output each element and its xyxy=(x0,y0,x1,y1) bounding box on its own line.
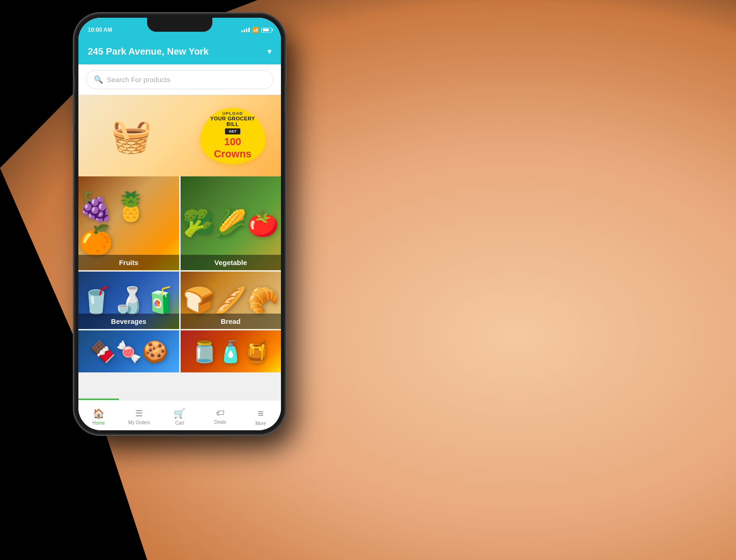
category-vegetable[interactable]: 🥦🌽🍅 Vegetable xyxy=(181,176,281,270)
power-button xyxy=(285,84,287,112)
nav-item-more[interactable]: ≡ More xyxy=(240,405,281,426)
upload-label: UPLOAD xyxy=(223,111,243,116)
location-text: 245 Park Avenue, New York xyxy=(88,46,265,57)
wifi-icon: 📶 xyxy=(252,27,259,33)
status-time: 10:00 AM xyxy=(88,27,112,33)
search-container: 🔍 Search For products xyxy=(78,64,281,95)
scene: 10:00 AM 📶 245 Park Avenue, New xyxy=(0,0,736,560)
volume-up-button xyxy=(73,98,75,126)
location-header[interactable]: 245 Park Avenue, New York ▾ xyxy=(78,38,281,64)
nav-deals-label: Deals xyxy=(214,420,226,425)
search-placeholder: Search For products xyxy=(107,76,170,84)
orders-icon: ☰ xyxy=(135,408,143,419)
home-icon: 🏠 xyxy=(93,408,105,419)
more-icon: ≡ xyxy=(258,407,264,420)
nav-home-label: Home xyxy=(92,420,105,426)
nav-more-label: More xyxy=(255,421,266,426)
status-icons: 📶 xyxy=(241,27,272,33)
banner-image: 🧺 xyxy=(78,112,184,160)
nav-orders-label: My Orders xyxy=(128,420,150,425)
nav-item-home[interactable]: 🏠 Home xyxy=(78,406,119,426)
banner-offer: UPLOAD YOUR GROCERY BILL GET 100 Crowns xyxy=(184,108,281,164)
nav-item-cart[interactable]: 🛒 Cart xyxy=(160,406,200,426)
category-vegetable-label: Vegetable xyxy=(181,255,281,270)
search-bar[interactable]: 🔍 Search For products xyxy=(86,70,273,89)
grocery-bill-label: YOUR GROCERY BILL xyxy=(205,116,261,127)
deals-icon: 🏷 xyxy=(216,408,224,418)
nav-item-deals[interactable]: 🏷 Deals xyxy=(200,406,240,425)
chevron-down-icon: ▾ xyxy=(267,46,272,56)
crown-offer-bubble: UPLOAD YOUR GROCERY BILL GET 100 Crowns xyxy=(200,108,266,164)
category-oils[interactable]: 🫙🧴🍯 xyxy=(181,330,281,372)
phone-screen: 10:00 AM 📶 245 Park Avenue, New xyxy=(78,18,281,430)
crowns-amount: 100 Crowns xyxy=(205,136,261,160)
battery-icon xyxy=(261,28,272,33)
promo-banner[interactable]: 🧺 UPLOAD YOUR GROCERY BILL GET 100 Crown… xyxy=(78,95,281,176)
get-badge: GET xyxy=(225,128,240,134)
category-fruits[interactable]: 🍇🍍🍊 Fruits xyxy=(78,176,179,270)
category-snacks[interactable]: 🍫🍬🍪 xyxy=(78,330,179,372)
category-bread[interactable]: 🍞🥖🥐 Bread xyxy=(181,272,281,329)
bottom-nav: 🏠 Home ☰ My Orders 🛒 Cart 🏷 Deals ≡ xyxy=(78,400,281,430)
nav-item-orders[interactable]: ☰ My Orders xyxy=(119,406,160,425)
category-fruits-label: Fruits xyxy=(78,255,179,270)
categories-grid: 🍇🍍🍊 Fruits 🥦🌽🍅 Vegetable 🥤🍶🧃 xyxy=(78,176,281,400)
category-bread-label: Bread xyxy=(181,314,281,329)
mute-button xyxy=(73,75,75,91)
phone-notch xyxy=(147,18,212,32)
volume-down-button xyxy=(73,133,75,161)
cart-icon: 🛒 xyxy=(174,408,185,419)
nav-cart-label: Cart xyxy=(175,420,184,426)
phone-device: 10:00 AM 📶 245 Park Avenue, New xyxy=(75,14,285,434)
search-icon: 🔍 xyxy=(94,75,103,84)
category-beverages-label: Beverages xyxy=(78,314,179,329)
signal-icon xyxy=(241,28,250,32)
category-beverages[interactable]: 🥤🍶🧃 Beverages xyxy=(78,272,179,329)
